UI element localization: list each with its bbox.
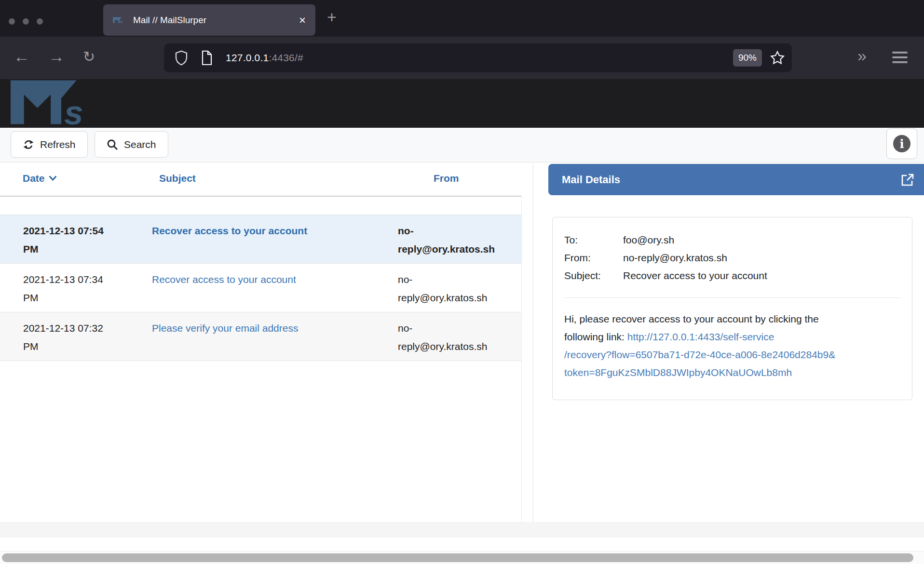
refresh-button-label: Refresh <box>40 139 76 150</box>
mail-body-text: following link: <box>564 331 627 342</box>
page-zoom-badge[interactable]: 90% <box>733 49 762 67</box>
field-from-value: no-reply@ory.kratos.sh <box>623 249 727 267</box>
mail-row[interactable]: 2021-12-13 07:34 PM Recover access to yo… <box>0 264 521 312</box>
recovery-link[interactable]: token=8FguKzSMblD88JWIpby4OKNaUOwLb8mh <box>564 367 792 378</box>
refresh-button[interactable]: Refresh <box>11 131 88 158</box>
toolbar-overflow-icon[interactable]: » <box>857 46 868 65</box>
url-port-path: :4436/# <box>269 52 303 63</box>
tab-favicon-s: s <box>120 18 122 24</box>
tab-title: Mail // MailSlurper <box>133 15 206 26</box>
tab-favicon-mailslurper-icon: s <box>113 15 126 26</box>
column-header-date[interactable]: Date <box>23 173 57 184</box>
shield-icon[interactable] <box>175 50 188 66</box>
mail-body-line: /recovery?flow=6507ba71-d72e-40ce-a006-8… <box>564 346 900 363</box>
column-header-from[interactable]: From <box>434 173 459 184</box>
mail-row-subject-link[interactable]: Please verify your email address <box>152 319 388 337</box>
card-divider <box>564 297 900 298</box>
mail-row-from: no-reply@ory.kratos.sh <box>398 270 494 307</box>
mail-details-title: Mail Details <box>562 174 620 186</box>
logo-s: s <box>64 93 83 126</box>
field-to-label: To: <box>564 231 623 249</box>
field-from: From: no-reply@ory.kratos.sh <box>564 249 900 267</box>
new-tab-button[interactable]: + <box>327 8 337 27</box>
mail-list-column-headers: Date Subject From <box>0 162 521 197</box>
mail-list-panel: Date Subject From 2021-12-13 07:54 PM Re… <box>0 162 533 523</box>
info-icon: i <box>893 135 910 152</box>
forward-icon[interactable]: → <box>48 47 65 66</box>
mail-details-card: To: foo@ory.sh From: no-reply@ory.kratos… <box>552 217 912 400</box>
open-external-icon[interactable] <box>900 172 915 188</box>
mail-row-date: 2021-12-13 07:54 PM <box>23 222 110 258</box>
column-header-subject[interactable]: Subject <box>159 173 196 184</box>
toolbar-strip: Refresh Search i <box>0 128 924 162</box>
field-subject: Subject: Recover access to your account <box>564 267 900 284</box>
mail-row-selected[interactable]: 2021-12-13 07:54 PM Recover access to yo… <box>0 215 521 264</box>
mail-row-from: no-reply@ory.kratos.sh <box>398 319 494 356</box>
mail-row-date: 2021-12-13 07:32 PM <box>23 319 110 356</box>
mailslurper-logo: s <box>11 80 111 126</box>
mail-row-subject-link[interactable]: Recover access to your account <box>152 222 388 240</box>
search-button-label: Search <box>124 139 156 150</box>
mail-body-line: following link: http://127.0.0.1:4433/se… <box>564 328 900 346</box>
list-right-divider <box>521 197 522 523</box>
tab-close-icon[interactable]: × <box>299 14 306 26</box>
mail-details-header: Mail Details <box>548 164 924 195</box>
menu-hamburger-icon[interactable] <box>892 52 908 66</box>
url-bar[interactable]: 127.0.0.1:4436/# 90% <box>164 43 792 72</box>
mail-body-line: Hi, please recover access to your accoun… <box>564 310 900 328</box>
mail-row-from: no-reply@ory.kratos.sh <box>398 222 494 258</box>
window-controls[interactable] <box>9 18 43 25</box>
bottom-gray-strip <box>0 524 924 537</box>
url-text[interactable]: 127.0.0.1:4436/# <box>226 52 303 64</box>
field-from-label: From: <box>564 249 623 267</box>
mail-row[interactable]: 2021-12-13 07:32 PM Please verify your e… <box>0 312 521 361</box>
back-icon[interactable]: ← <box>14 47 30 66</box>
reload-icon[interactable]: ↻ <box>83 48 95 65</box>
recovery-link[interactable]: http://127.0.0.1:4433/self-service <box>627 331 775 342</box>
mail-row-date: 2021-12-13 07:34 PM <box>23 270 110 307</box>
horizontal-scrollbar[interactable] <box>0 551 924 564</box>
browser-tab[interactable]: s Mail // MailSlurper × <box>103 4 315 36</box>
mail-details-panel: Mail Details To: foo@ory.sh From: no-rep… <box>534 162 924 523</box>
info-button[interactable]: i <box>886 128 917 159</box>
column-header-date-label: Date <box>23 173 45 184</box>
bookmark-star-icon[interactable] <box>770 50 785 66</box>
bottom-white-strip <box>0 537 924 551</box>
url-host: 127.0.0.1 <box>226 52 269 63</box>
search-icon <box>107 139 118 150</box>
search-button[interactable]: Search <box>95 131 168 158</box>
mailslurper-header: s <box>0 79 924 128</box>
browser-navbar: ← → ↻ 127.0.0.1:4436/# 90% » <box>0 37 924 79</box>
browser-tab-bar: s Mail // MailSlurper × + <box>0 0 924 37</box>
page-info-icon[interactable] <box>201 50 213 66</box>
sort-chevron-down-icon <box>49 175 57 181</box>
horizontal-scrollbar-thumb[interactable] <box>2 553 913 562</box>
mail-body-line: token=8FguKzSMblD88JWIpby4OKNaUOwLb8mh <box>564 363 900 381</box>
field-subject-label: Subject: <box>564 267 623 284</box>
field-subject-value: Recover access to your account <box>623 267 767 284</box>
field-to: To: foo@ory.sh <box>564 231 900 249</box>
mail-row-subject-link[interactable]: Recover access to your account <box>152 270 388 289</box>
refresh-icon <box>23 139 34 150</box>
recovery-link[interactable]: /recovery?flow=6507ba71-d72e-40ce-a006-8… <box>564 349 835 360</box>
field-to-value: foo@ory.sh <box>623 231 674 249</box>
mail-rows: 2021-12-13 07:54 PM Recover access to yo… <box>0 215 521 361</box>
